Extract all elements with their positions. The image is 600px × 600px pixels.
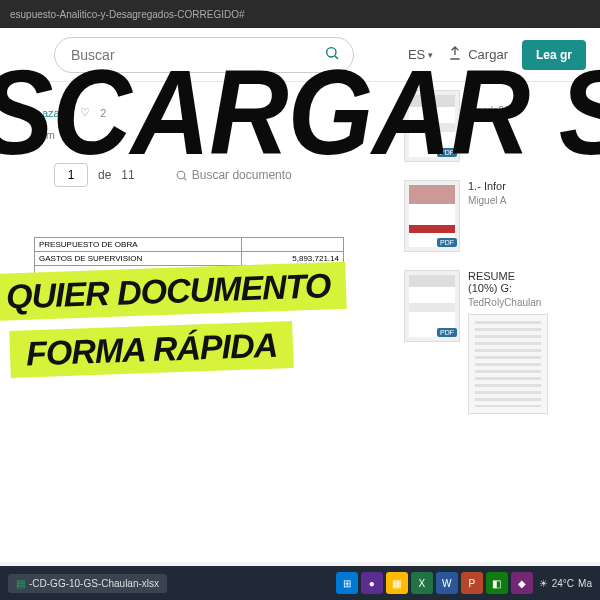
- related-title: G: [468, 90, 510, 102]
- budget-table: PRESUPUESTO DE OBRA GASTOS DE SUPERVISIO…: [34, 237, 344, 280]
- related-doc-item[interactable]: G amado20: [404, 90, 594, 162]
- taskbar-app-icon[interactable]: ▦: [386, 572, 408, 594]
- main-content: aza V ♡ 2 rm de 11 Buscar documento PRES…: [0, 82, 600, 562]
- views-count: 2: [100, 107, 106, 119]
- taskbar-app-icon[interactable]: ⊞: [336, 572, 358, 594]
- cta-label: Lea gr: [536, 48, 572, 62]
- excel-file-icon: ▤: [16, 578, 25, 589]
- related-docs-sidebar: G amado20 1.- Infor Miguel A RESUME (10%…: [404, 82, 594, 432]
- related-author: Miguel A: [468, 195, 506, 206]
- related-author: amado20: [468, 105, 510, 116]
- table-cell: 5,893,721.14: [241, 252, 343, 266]
- svg-point-0: [327, 47, 336, 56]
- download-chip[interactable]: ▤ -CD-GG-10-GS-Chaulan-xlsx: [8, 574, 167, 593]
- doc-search-button[interactable]: Buscar documento: [175, 168, 292, 182]
- doc-thumbnail-large: [468, 314, 548, 414]
- site-header: ES ▾ Cargar Lea gr: [0, 28, 600, 82]
- trial-cta-button[interactable]: Lea gr: [522, 40, 586, 70]
- taskbar-app-icon[interactable]: ◆: [511, 572, 533, 594]
- doc-thumbnail: [404, 180, 460, 252]
- search-icon[interactable]: [324, 45, 340, 65]
- related-author: TedRolyChaulan: [468, 297, 548, 308]
- language-selector[interactable]: ES ▾: [408, 47, 433, 62]
- document-page-preview[interactable]: PRESUPUESTO DE OBRA GASTOS DE SUPERVISIO…: [34, 237, 344, 280]
- svg-line-1: [335, 56, 338, 59]
- table-cell: [241, 238, 343, 252]
- language-label: ES: [408, 47, 425, 62]
- download-filename: -CD-GG-10-GS-Chaulan-xlsx: [29, 578, 159, 589]
- page-total: 11: [121, 168, 134, 182]
- chevron-down-icon: ▾: [428, 50, 433, 60]
- url-fragment: esupuesto-Analitico-y-Desagregados-CORRE…: [10, 9, 245, 20]
- upload-label: Cargar: [468, 47, 508, 62]
- svg-point-2: [177, 171, 185, 179]
- table-cell: GASTOS DE SUPERVISION: [35, 252, 242, 266]
- page-input[interactable]: [54, 163, 88, 187]
- browser-tab-bar: esupuesto-Analitico-y-Desagregados-CORRE…: [0, 0, 600, 28]
- upload-button[interactable]: Cargar: [447, 45, 508, 64]
- weather-temp: 24°C: [552, 578, 574, 589]
- taskbar-app-icon[interactable]: W: [436, 572, 458, 594]
- author-link[interactable]: aza V: [42, 107, 70, 119]
- upload-icon: [447, 45, 463, 64]
- search-input[interactable]: [54, 37, 354, 73]
- weather-condition: Ma: [578, 578, 592, 589]
- weather-icon: ☀: [539, 578, 548, 589]
- related-doc-item[interactable]: 1.- Infor Miguel A: [404, 180, 594, 252]
- windows-taskbar: ▤ -CD-GG-10-GS-Chaulan-xlsx ⊞ ● ▦ X W P …: [0, 566, 600, 600]
- table-cell: PRESUPUESTO DE OBRA: [35, 238, 242, 252]
- page-sep: de: [98, 168, 111, 182]
- heart-icon: ♡: [80, 106, 90, 119]
- doc-description: rm: [42, 129, 302, 141]
- table-cell: [241, 266, 343, 280]
- related-title: RESUME: [468, 270, 548, 282]
- weather-widget[interactable]: ☀ 24°C Ma: [539, 578, 592, 589]
- doc-thumbnail: [404, 270, 460, 342]
- doc-thumbnail: [404, 90, 460, 162]
- related-doc-item[interactable]: RESUME (10%) G: TedRolyChaulan: [404, 270, 594, 414]
- doc-search-label: Buscar documento: [192, 168, 292, 182]
- taskbar-app-icon[interactable]: X: [411, 572, 433, 594]
- related-subtitle: (10%) G:: [468, 282, 548, 294]
- svg-line-3: [184, 177, 186, 179]
- table-cell: [35, 266, 242, 280]
- taskbar-app-icon[interactable]: ●: [361, 572, 383, 594]
- search-container: [54, 37, 354, 73]
- taskbar-app-icon[interactable]: P: [461, 572, 483, 594]
- related-title: 1.- Infor: [468, 180, 506, 192]
- taskbar-app-icon[interactable]: ◧: [486, 572, 508, 594]
- taskbar-app-icons: ⊞ ● ▦ X W P ◧ ◆: [336, 572, 533, 594]
